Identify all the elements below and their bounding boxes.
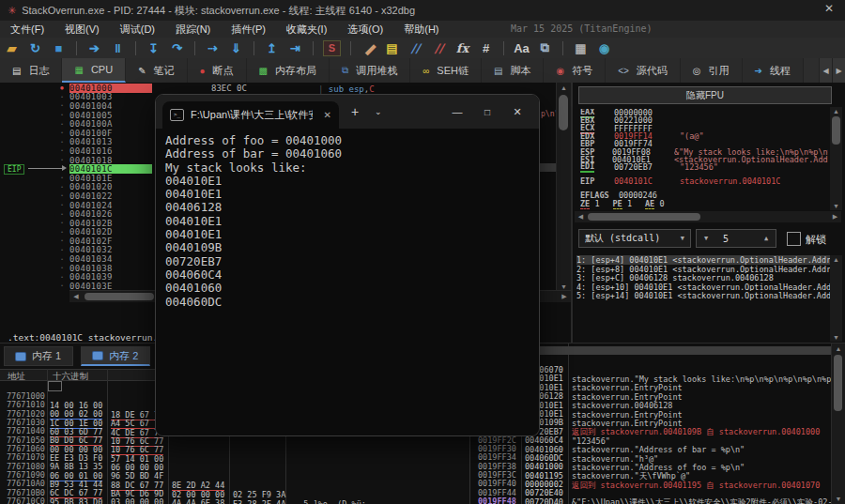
tab-scroll-left-icon[interactable]: ◀ — [819, 58, 832, 83]
breakpoint-dot-icon[interactable]: • — [54, 156, 69, 164]
menu-item[interactable]: 选项(O) — [337, 21, 393, 38]
dump-row[interactable]: 77671090 B9 53 41 44 BA 9C D6 9D 4A 4A 6… — [0, 461, 469, 469]
dump-row[interactable]: 776710D0 50 A1 5A 9A 0A 00 00 00 C0 DC 6… — [0, 496, 469, 504]
eip-register-row[interactable]: EIP 0040101C stackoverrun.0040101C — [580, 177, 828, 187]
breakpoint-dot-icon[interactable]: • — [54, 138, 69, 146]
pause-icon[interactable]: ‖ — [106, 38, 130, 57]
view-tab[interactable]: ▤ 脚本 — [482, 58, 544, 83]
comments-icon[interactable]: ▤ — [380, 38, 404, 57]
arguments-scrollbar[interactable]: ▲▼ — [830, 255, 842, 342]
dump-row[interactable]: 776710C0 04 00 00 00 12 7A 0F 8E B3 BF E… — [0, 487, 469, 496]
step-over-icon[interactable]: ↷ — [165, 38, 189, 57]
cpu-flag[interactable]: ZE 1 — [580, 199, 600, 208]
hide-fpu-button[interactable]: 隐藏FPU — [578, 86, 832, 104]
argument-row[interactable]: 4: [esp+10] 004010E1 <stackoverrun.Optio… — [576, 283, 830, 292]
export-icon[interactable]: ⧉ — [533, 38, 557, 57]
stepper-down-icon[interactable]: ▼ — [697, 235, 715, 242]
terminal-maximize-button[interactable]: □ — [473, 95, 501, 129]
menu-item[interactable]: 收藏夹(I) — [276, 21, 337, 38]
dump-row[interactable]: 77671080 06 00 01 00 88 DC 67 77 02 00 0… — [0, 452, 469, 461]
view-tab[interactable]: ⧉ 调用堆栈 — [330, 58, 410, 83]
registers-scrollbar[interactable]: ▲▼ — [830, 107, 842, 210]
terminal-tab[interactable]: >_ F:\Upan\课件\大三上\软件安全 ✕ — [162, 101, 339, 129]
labels-icon[interactable]: // — [404, 38, 427, 57]
new-tab-icon[interactable]: + — [351, 104, 359, 119]
run-to-user-code-icon[interactable]: ⇥ — [284, 38, 307, 57]
argument-row[interactable]: 2: [esp+8] 004010E1 <stackoverrun.Option… — [576, 265, 830, 274]
disasm-vertical-scrollbar[interactable]: ▲▼ — [556, 83, 571, 301]
breakpoint-dot-icon[interactable]: ● — [54, 84, 69, 92]
stack-row[interactable]: 0019FF48 004010E1 stackoverrun.EntryPoin… — [470, 487, 833, 496]
breakpoint-dot-icon[interactable]: • — [54, 174, 69, 182]
memory-tab-2[interactable]: 内存 2 — [81, 346, 150, 366]
breakpoint-dot-icon[interactable]: • — [54, 191, 69, 200]
view-tab[interactable]: ● 断点 — [188, 58, 247, 83]
breakpoint-dot-icon[interactable]: • — [54, 129, 69, 137]
step-into-icon[interactable]: ↧ — [142, 38, 165, 57]
breakpoint-dot-icon[interactable]: • — [54, 201, 69, 209]
stack-scrollbar[interactable]: ▲▼ — [831, 344, 845, 504]
memory-tab-1[interactable]: 内存 1 — [4, 346, 73, 366]
breakpoint-dot-icon[interactable]: • — [54, 183, 69, 191]
view-tab[interactable]: ▦ CPU — [62, 58, 126, 83]
breakpoint-dot-icon[interactable]: • — [54, 101, 69, 110]
terminal-tab-close-icon[interactable]: ✕ — [324, 110, 331, 120]
view-tab[interactable]: ▩ 内存布局 — [247, 58, 330, 83]
terminal-minimize-button[interactable]: — — [443, 95, 471, 129]
run-icon[interactable]: ➔ — [83, 38, 106, 57]
view-tab[interactable]: ∞ SEH链 — [410, 58, 482, 83]
breakpoint-dot-icon[interactable]: • — [54, 146, 69, 155]
cpu-flag[interactable]: AE 0 — [645, 199, 665, 208]
terminal-titlebar[interactable]: >_ F:\Upan\课件\大三上\软件安全 ✕ + ⌄ — □ ✕ — [156, 95, 539, 129]
dump-row[interactable]: 776710A0 6C DC 67 77 03 00 00 00 76 6C 6… — [0, 469, 469, 478]
animate-icon[interactable]: S — [323, 40, 341, 56]
stack-row[interactable]: 0019FF38 00401195 返回到 stackoverrun.00401… — [470, 452, 833, 461]
breakpoint-dot-icon[interactable]: • — [54, 111, 69, 119]
menu-item[interactable]: 插件(P) — [221, 21, 276, 38]
view-tab[interactable]: <> 源代码 — [606, 58, 681, 83]
arg-count-stepper[interactable]: ▼ 5 ▲ — [696, 229, 776, 248]
hash-icon[interactable]: # — [474, 38, 498, 57]
argument-row[interactable]: 5: [esp+14] 004010E1 <stackoverrun.Optio… — [576, 291, 830, 300]
dump-row[interactable]: 776710B0 95 BB 83 D0 F6 D0 DA 78 06 00 0… — [0, 479, 469, 487]
breakpoint-dot-icon[interactable]: • — [54, 228, 69, 237]
terminal-close-button[interactable]: ✕ — [503, 95, 531, 129]
functions-icon[interactable]: fx — [451, 38, 474, 57]
stop-icon[interactable]: ■ — [47, 38, 70, 57]
disassembly-row[interactable]: ● 00401000 83EC 0C — [0, 84, 571, 93]
calculator-icon[interactable]: ▦ — [569, 38, 592, 57]
breakpoint-dot-icon[interactable]: • — [54, 93, 69, 101]
cpu-flag[interactable]: PE 1 — [613, 199, 633, 208]
view-tab[interactable]: ✎ 笔记 — [126, 58, 187, 83]
stack-row[interactable]: 0019FF34 00401000 stackoverrun."天\fVWhp`… — [470, 443, 833, 451]
menu-item[interactable]: 文件(F) — [0, 21, 54, 38]
calling-convention-select[interactable]: 默认 (stdcall)▼ — [578, 229, 691, 248]
view-tab[interactable]: ◉ 符号 — [544, 58, 606, 83]
menu-item[interactable]: 调试(D) — [110, 21, 165, 38]
stepper-up-icon[interactable]: ▲ — [757, 235, 776, 242]
open-file-icon[interactable]: ▰ — [0, 38, 23, 57]
tab-scroll-right-icon[interactable]: ▶ — [832, 58, 845, 83]
breakpoint-dot-icon[interactable]: • — [54, 219, 69, 227]
strings-icon[interactable]: Aa — [510, 38, 533, 57]
terminal-window[interactable]: >_ F:\Upan\课件\大三上\软件安全 ✕ + ⌄ — □ ✕ Addre… — [155, 94, 540, 436]
breakpoint-dot-icon[interactable]: • — [54, 255, 69, 264]
argument-row[interactable]: 3: [esp+C] 00406128 stackoverrun.0040612… — [576, 273, 830, 283]
breakpoint-dot-icon[interactable]: • — [54, 237, 69, 245]
argument-row[interactable]: 1: [esp+4] 004010E1 <stackoverrun.Option… — [576, 255, 830, 265]
registers-horizontal-scrollbar[interactable]: ◀▶ — [575, 211, 841, 222]
restart-icon[interactable]: ↻ — [23, 38, 47, 57]
view-tab[interactable]: ▤ 日志 — [0, 58, 62, 83]
breakpoint-dot-icon[interactable]: • — [54, 264, 69, 272]
stack-row[interactable]: 0019FF3C 00000002 — [470, 461, 833, 469]
breakpoint-dot-icon[interactable]: • — [54, 210, 69, 219]
menu-item[interactable]: 跟踪(N) — [165, 21, 221, 38]
tab-dropdown-icon[interactable]: ⌄ — [375, 107, 382, 116]
stack-row[interactable]: 0019FF4C 004010E1 stackoverrun.EntryPoin… — [470, 496, 833, 504]
execute-till-return-icon[interactable]: ↥ — [260, 38, 284, 57]
bookmarks-icon[interactable]: // — [427, 38, 451, 57]
register-row[interactable]: EDI 00720EB7 "123456" — [580, 163, 828, 171]
view-tab[interactable]: ◎ 引用 — [681, 58, 743, 83]
run-to-cursor-icon[interactable]: ⇢ — [201, 38, 224, 57]
menu-item[interactable]: 帮助(H) — [393, 21, 449, 38]
